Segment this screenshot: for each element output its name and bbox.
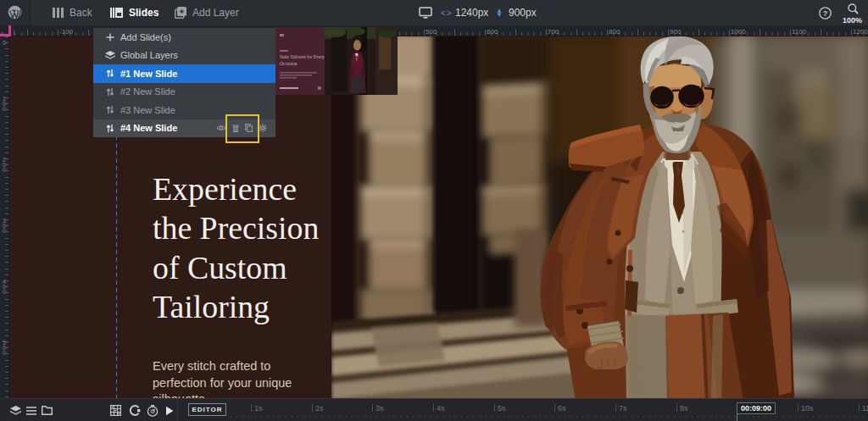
svg-text:Suits Tailored for Every: Suits Tailored for Every: [280, 54, 325, 59]
svg-text:Occasion: Occasion: [280, 61, 298, 66]
svg-text:?: ?: [823, 8, 828, 17]
